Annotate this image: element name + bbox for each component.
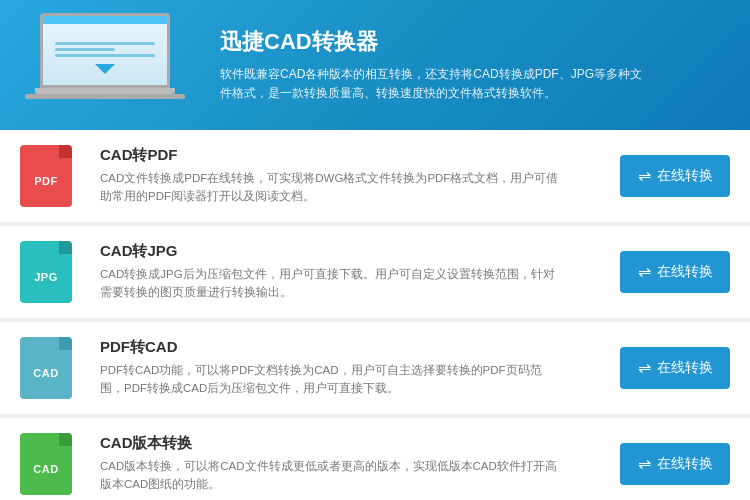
convert-label: 在线转换 — [657, 263, 713, 281]
file-icon-cad-to-jpg: JPG — [20, 241, 82, 303]
item-title-cad-to-jpg: CAD转JPG — [100, 242, 605, 261]
app-description: 软件既兼容CAD各种版本的相互转换，还支持将CAD转换成PDF、JPG等多种文件… — [220, 65, 650, 103]
convert-label: 在线转换 — [657, 359, 713, 377]
file-icon-pdf-to-cad: CAD — [20, 337, 82, 399]
convert-label: 在线转换 — [657, 167, 713, 185]
item-desc-pdf-to-cad: PDF转CAD功能，可以将PDF文档转换为CAD，用户可自主选择要转换的PDF页… — [100, 362, 560, 398]
header: 迅捷CAD转换器 软件既兼容CAD各种版本的相互转换，还支持将CAD转换成PDF… — [0, 0, 750, 130]
header-text-block: 迅捷CAD转换器 软件既兼容CAD各种版本的相互转换，还支持将CAD转换成PDF… — [220, 27, 650, 103]
file-icon-cad-version: CAD — [20, 433, 82, 495]
convert-icon: ⇌ — [638, 168, 651, 184]
item-row-cad-to-pdf: PDF CAD转PDF CAD文件转换成PDF在线转换，可实现将DWG格式文件转… — [0, 130, 750, 222]
item-title-cad-to-pdf: CAD转PDF — [100, 146, 605, 165]
items-list: PDF CAD转PDF CAD文件转换成PDF在线转换，可实现将DWG格式文件转… — [0, 130, 750, 500]
item-info-pdf-to-cad: PDF转CAD PDF转CAD功能，可以将PDF文档转换为CAD，用户可自主选择… — [100, 338, 605, 398]
app-title: 迅捷CAD转换器 — [220, 27, 650, 57]
hero-illustration — [20, 13, 200, 118]
item-row-cad-version: CAD CAD版本转换 CAD版本转换，可以将CAD文件转成更低或者更高的版本，… — [0, 418, 750, 500]
item-row-cad-to-jpg: JPG CAD转JPG CAD转换成JPG后为压缩包文件，用户可直接下载。用户可… — [0, 226, 750, 318]
item-row-pdf-to-cad: CAD PDF转CAD PDF转CAD功能，可以将PDF文档转换为CAD，用户可… — [0, 322, 750, 414]
file-icon-cad-to-pdf: PDF — [20, 145, 82, 207]
item-desc-cad-to-jpg: CAD转换成JPG后为压缩包文件，用户可直接下载。用户可自定义设置转换范围，针对… — [100, 266, 560, 302]
item-title-cad-version: CAD版本转换 — [100, 434, 605, 453]
convert-label: 在线转换 — [657, 455, 713, 473]
convert-icon: ⇌ — [638, 360, 651, 376]
item-info-cad-to-jpg: CAD转JPG CAD转换成JPG后为压缩包文件，用户可直接下载。用户可自定义设… — [100, 242, 605, 302]
item-desc-cad-version: CAD版本转换，可以将CAD文件转成更低或者更高的版本，实现低版本CAD软件打开… — [100, 458, 560, 494]
item-title-pdf-to-cad: PDF转CAD — [100, 338, 605, 357]
convert-icon: ⇌ — [638, 456, 651, 472]
convert-button-cad-version[interactable]: ⇌ 在线转换 — [620, 443, 730, 485]
convert-button-cad-to-pdf[interactable]: ⇌ 在线转换 — [620, 155, 730, 197]
item-info-cad-version: CAD版本转换 CAD版本转换，可以将CAD文件转成更低或者更高的版本，实现低版… — [100, 434, 605, 494]
convert-icon: ⇌ — [638, 264, 651, 280]
convert-button-pdf-to-cad[interactable]: ⇌ 在线转换 — [620, 347, 730, 389]
item-desc-cad-to-pdf: CAD文件转换成PDF在线转换，可实现将DWG格式文件转换为PDF格式文档，用户… — [100, 170, 560, 206]
convert-button-cad-to-jpg[interactable]: ⇌ 在线转换 — [620, 251, 730, 293]
item-info-cad-to-pdf: CAD转PDF CAD文件转换成PDF在线转换，可实现将DWG格式文件转换为PD… — [100, 146, 605, 206]
